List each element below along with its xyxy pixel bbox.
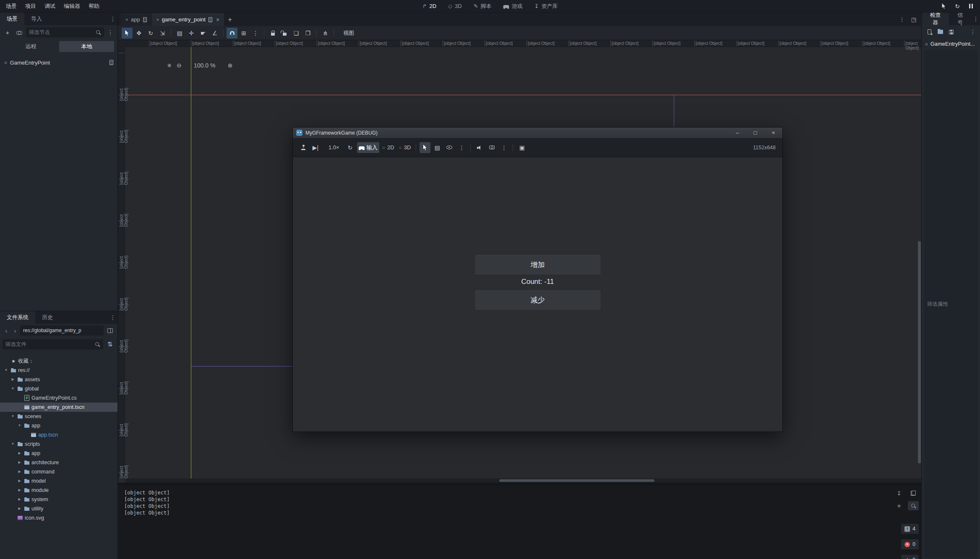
nav-back-button[interactable]: ‹ [3,325,10,335]
workspace-game-tab[interactable]: 游戏 [498,0,529,12]
horizontal-scrollbar-track[interactable] [125,478,921,483]
window-maximize-button[interactable]: □ [746,127,764,138]
vertical-scrollbar[interactable] [918,241,921,463]
fs-item-app-tscn[interactable]: app.tscn [0,430,117,439]
game-window-titlebar[interactable]: MyGFrameworkGame (DEBUG) –□× [293,127,782,138]
expander-icon[interactable] [17,489,22,492]
zoom-in-button[interactable]: ⊕ [228,62,233,69]
debugger-count-badge[interactable]: 4 [901,524,919,534]
fs-item-icon-svg[interactable]: icon.svg [0,513,117,523]
move-tool-button[interactable]: ✥ [133,28,144,39]
camera-override-button[interactable] [486,142,497,153]
smart-snap-button[interactable] [227,28,237,39]
tab-signals[interactable]: 信号 [949,13,972,25]
scene-tab-game-entry-point[interactable]: ○ game_entry_point × [152,13,224,26]
tab-inspector[interactable]: 检查器 [922,13,949,25]
ungroup-selection-button[interactable]: ❐ [302,28,313,39]
warnings-count-badge[interactable]: 0 [901,555,919,559]
audio-mute-button[interactable] [474,142,485,153]
fullscreen-button[interactable]: ▣ [516,142,527,153]
fs-item-model[interactable]: model [0,476,117,486]
pan-tool-button[interactable]: ☛ [198,28,209,39]
expander-icon[interactable] [17,461,22,464]
scene-tab-app[interactable]: ○ app × [121,13,151,26]
scale-tool-button[interactable]: ⇲ [157,28,168,39]
fs-item-system[interactable]: system [0,495,117,504]
filesystem-dock-menu-button[interactable]: ⋮ [108,311,117,324]
workspace-script-tab[interactable]: ✎脚本 [468,0,498,12]
inspector-options-button[interactable]: ⋮ [968,29,977,35]
inspector-dock-menu-button[interactable]: ⋮ [972,13,980,25]
window-minimize-button[interactable]: – [728,127,746,138]
expander-icon[interactable] [10,387,16,390]
local-tab[interactable]: 本地 [59,41,114,52]
selection-visibility-button[interactable] [444,142,455,153]
nav-forward-button[interactable]: › [11,325,19,335]
filter-nodes-input[interactable] [29,29,94,35]
scene-tree-root-node[interactable]: ○ GameEntryPoint [0,57,117,68]
add-node-button[interactable]: + [3,27,13,37]
scene-tabs-menu-button[interactable]: ⋮ [897,14,907,24]
fs-item-scripts-app[interactable]: app [0,449,117,458]
grid-snap-button[interactable]: ⊞ [238,28,249,39]
group-selection-button[interactable]: ❏ [291,28,302,39]
workspace-assetlib-tab[interactable]: ↧资产库 [529,0,564,12]
lock-selection-button[interactable] [267,28,278,39]
fs-item-module[interactable]: module [0,486,117,495]
expander-icon[interactable] [17,498,22,501]
workspace-3d-tab[interactable]: ◇3D [442,0,468,12]
ruler-tool-button[interactable]: ∠ [209,28,220,39]
fs-item-global[interactable]: global [0,384,117,393]
list-select-tool-button[interactable]: ▤ [174,28,185,39]
input-mode-button[interactable]: 输入 [357,142,379,153]
expander-icon[interactable] [17,452,22,455]
fs-item-utility[interactable]: utility [0,504,117,513]
zoom-out-button[interactable]: ⊖ [177,62,182,69]
pause-button[interactable] [965,1,977,11]
errors-count-badge[interactable]: 0 [901,539,919,549]
menu-project[interactable]: 项目 [21,0,40,12]
fs-item-assets[interactable]: assets [0,375,117,384]
script-icon[interactable] [143,17,147,22]
decrease-button[interactable]: 减少 [474,289,601,310]
script-icon[interactable] [109,60,113,65]
next-frame-button[interactable]: ▶| [310,142,321,153]
current-path[interactable]: res://global/game_entry_p [20,325,104,335]
horizontal-scrollbar[interactable] [499,479,654,482]
skeleton-options-button[interactable]: ⋔ [320,28,331,39]
fs-item-scenes[interactable]: scenes [0,412,117,421]
new-resource-button[interactable] [924,27,934,37]
load-resource-button[interactable] [935,27,945,37]
menu-help[interactable]: 帮助 [84,0,104,12]
sort-files-button[interactable]: ⇅ [105,339,115,349]
fs-item-command[interactable]: command [0,467,117,476]
suspend-button[interactable] [298,142,309,153]
scroll-to-bottom-button[interactable]: ↧ [894,489,904,498]
rotate-tool-button[interactable]: ↻ [145,28,156,39]
filter-properties-input[interactable] [927,301,975,307]
expander-icon[interactable] [17,424,22,427]
restart-button[interactable]: ↻ [951,1,963,11]
list-select-mode-button[interactable]: ▤ [432,142,443,153]
tab-import-dock[interactable]: 导入 [24,13,49,25]
play-button[interactable] [938,1,950,11]
game-window[interactable]: MyGFrameworkGame (DEBUG) –□× ▶|1.0×↻输入○2… [292,127,783,432]
expander-icon[interactable] [10,378,16,381]
expander-icon[interactable] [17,479,22,483]
workspace-2d-tab[interactable]: ↱2D [417,0,443,12]
menu-editor[interactable]: 编辑器 [60,0,84,12]
more-options-button[interactable]: ⋮ [498,142,509,153]
close-tab-icon[interactable]: × [216,16,219,23]
expander-icon[interactable] [3,369,9,372]
zoom-level-button[interactable]: 100.0 % [187,62,223,69]
menu-scene[interactable]: 场景 [2,0,21,12]
snap-options-button[interactable]: ⋮ [250,28,261,39]
save-resource-button[interactable] [946,27,956,37]
select-mode-button[interactable] [420,142,430,153]
mode-2d-button[interactable]: ○2D [381,142,396,153]
fs-item-gameentrypoint-cs[interactable]: GameEntryPoint.cs [0,393,117,403]
menu-debug[interactable]: 调试 [40,0,60,12]
scene-tree-menu-button[interactable]: ⋮ [106,29,115,36]
reset-button[interactable]: ↻ [345,142,356,153]
tab-history-dock[interactable]: 历史 [35,311,60,324]
